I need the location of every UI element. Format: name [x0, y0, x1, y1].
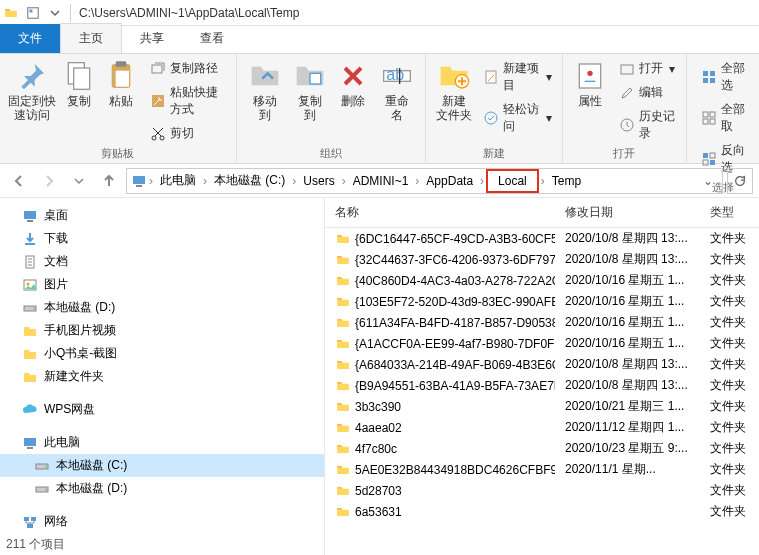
new-item-button[interactable]: 新建项目▾: [479, 58, 556, 96]
copy-to-button[interactable]: 复制到: [288, 58, 333, 124]
nav-drive[interactable]: 本地磁盘 (D:): [0, 477, 324, 500]
nav-item[interactable]: 新建文件夹: [0, 365, 324, 388]
chevron-right-icon[interactable]: ›: [147, 174, 155, 188]
open-icon: [619, 61, 635, 77]
paste-button[interactable]: 粘贴: [100, 58, 142, 110]
nav-item[interactable]: 本地磁盘 (D:): [0, 296, 324, 319]
file-name: 6a53631: [355, 505, 402, 519]
chevron-right-icon[interactable]: ›: [340, 174, 348, 188]
nav-item[interactable]: 下载: [0, 227, 324, 250]
nav-item[interactable]: 小Q书桌-截图: [0, 342, 324, 365]
tab-file[interactable]: 文件: [0, 24, 60, 53]
file-rows[interactable]: {6DC16447-65CF-49CD-A3B3-60CF59...2020/1…: [325, 228, 759, 555]
delete-button[interactable]: 删除: [332, 58, 374, 110]
open-button[interactable]: 打开▾: [615, 58, 679, 79]
breadcrumb-segment[interactable]: Temp: [547, 169, 586, 193]
folder-icon: [335, 379, 351, 393]
file-row[interactable]: {103E5F72-520D-43d9-83EC-990AFB0...2020/…: [325, 291, 759, 312]
svg-rect-48: [24, 517, 29, 521]
column-date[interactable]: 修改日期: [555, 204, 700, 221]
copyto-icon: [294, 60, 326, 92]
svg-point-45: [45, 465, 47, 467]
up-button[interactable]: [96, 168, 122, 194]
tab-share[interactable]: 共享: [122, 24, 182, 53]
folder-icon: [335, 316, 351, 330]
svg-rect-23: [703, 78, 708, 83]
nav-item[interactable]: 桌面: [0, 204, 324, 227]
move-to-button[interactable]: 移动到: [243, 58, 288, 124]
paste-shortcut-button[interactable]: 粘贴快捷方式: [146, 82, 230, 120]
file-row[interactable]: 3b3c3902020/10/21 星期三 1...文件夹: [325, 396, 759, 417]
file-row[interactable]: 5AE0E32B84434918BDC4626CFBF94A...2020/11…: [325, 459, 759, 480]
file-row[interactable]: 5d28703文件夹: [325, 480, 759, 501]
properties-button[interactable]: 属性: [569, 58, 611, 110]
file-row[interactable]: {A1ACCF0A-EE99-4af7-B980-7DF0F50...2020/…: [325, 333, 759, 354]
breadcrumb-segment[interactable]: 此电脑: [155, 169, 201, 193]
file-row[interactable]: {B9A94551-63BA-41A9-B5FA-73AE7F...2020/1…: [325, 375, 759, 396]
file-row[interactable]: {611A34FA-B4FD-4187-B857-D90538...2020/1…: [325, 312, 759, 333]
divider: [70, 4, 71, 22]
folder-icon: [335, 295, 351, 309]
nav-network[interactable]: 网络: [0, 510, 324, 533]
nav-item[interactable]: 图片: [0, 273, 324, 296]
nav-item[interactable]: 文档: [0, 250, 324, 273]
file-row[interactable]: 4f7c80c2020/10/23 星期五 9:...文件夹: [325, 438, 759, 459]
cut-button[interactable]: 剪切: [146, 123, 230, 144]
nav-wps[interactable]: WPS网盘: [0, 398, 324, 421]
forward-button[interactable]: [36, 168, 62, 194]
picture-icon: [22, 277, 38, 293]
column-type[interactable]: 类型: [700, 204, 759, 221]
pin-button[interactable]: 固定到快 速访问: [6, 58, 58, 124]
easy-access-button[interactable]: 轻松访问▾: [479, 99, 556, 137]
back-button[interactable]: [6, 168, 32, 194]
qat-dropdown-icon[interactable]: [44, 2, 66, 24]
svg-rect-30: [710, 153, 715, 158]
select-all-button[interactable]: 全部选: [697, 58, 753, 96]
recent-dropdown[interactable]: [66, 168, 92, 194]
file-row[interactable]: {6DC16447-65CF-49CD-A3B3-60CF59...2020/1…: [325, 228, 759, 249]
qat-properties-icon[interactable]: [22, 2, 44, 24]
breadcrumb-segment[interactable]: Local: [486, 169, 539, 193]
breadcrumb-segment[interactable]: Users: [298, 169, 339, 193]
address-dropdown[interactable]: ⌄: [698, 174, 718, 188]
nav-this-pc[interactable]: 此电脑: [0, 431, 324, 454]
file-row[interactable]: {40C860D4-4AC3-4a03-A278-722A2C...2020/1…: [325, 270, 759, 291]
file-row[interactable]: {32C44637-3FC6-4206-9373-6DF7971...2020/…: [325, 249, 759, 270]
file-row[interactable]: {A684033A-214B-49AF-B069-4B3E6C...2020/1…: [325, 354, 759, 375]
breadcrumb[interactable]: › 此电脑›本地磁盘 (C:)›Users›ADMINI~1›AppData›L…: [126, 168, 723, 194]
nav-drive[interactable]: 本地磁盘 (C:): [0, 454, 324, 477]
breadcrumb-segment[interactable]: ADMINI~1: [348, 169, 414, 193]
breadcrumb-segment[interactable]: 本地磁盘 (C:): [209, 169, 290, 193]
edit-button[interactable]: 编辑: [615, 82, 679, 103]
properties-icon: [574, 60, 606, 92]
rename-button[interactable]: ab重命名: [374, 58, 419, 124]
nav-item[interactable]: 手机图片视频: [0, 319, 324, 342]
folder-icon: [335, 505, 351, 519]
new-folder-button[interactable]: 新建 文件夹: [432, 58, 475, 124]
file-name: {B9A94551-63BA-41A9-B5FA-73AE7F...: [355, 379, 555, 393]
history-button[interactable]: 历史记录: [615, 106, 679, 144]
file-type: 文件夹: [700, 230, 759, 247]
navigation-pane[interactable]: 桌面下载文档图片本地磁盘 (D:)手机图片视频小Q书桌-截图新建文件夹 WPS网…: [0, 198, 325, 555]
file-date: 2020/10/8 星期四 13:...: [555, 356, 700, 373]
copy-path-button[interactable]: 复制路径: [146, 58, 230, 79]
select-all-icon: [701, 69, 717, 85]
folder-icon: [335, 484, 351, 498]
select-none-button[interactable]: 全部取: [697, 99, 753, 137]
refresh-button[interactable]: [727, 168, 753, 194]
file-row[interactable]: 4aaea022020/11/12 星期四 1...文件夹: [325, 417, 759, 438]
column-name[interactable]: 名称: [325, 204, 555, 221]
svg-rect-28: [710, 119, 715, 124]
chevron-right-icon[interactable]: ›: [290, 174, 298, 188]
breadcrumb-segment[interactable]: AppData: [421, 169, 478, 193]
chevron-right-icon[interactable]: ›: [539, 174, 547, 188]
file-row[interactable]: 6a53631文件夹: [325, 501, 759, 522]
tab-view[interactable]: 查看: [182, 24, 242, 53]
copy-button[interactable]: 复制: [58, 58, 100, 110]
chevron-right-icon[interactable]: ›: [478, 174, 486, 188]
chevron-right-icon[interactable]: ›: [201, 174, 209, 188]
file-type: 文件夹: [700, 314, 759, 331]
chevron-right-icon[interactable]: ›: [413, 174, 421, 188]
tab-home[interactable]: 主页: [60, 23, 122, 53]
svg-rect-21: [703, 71, 708, 76]
